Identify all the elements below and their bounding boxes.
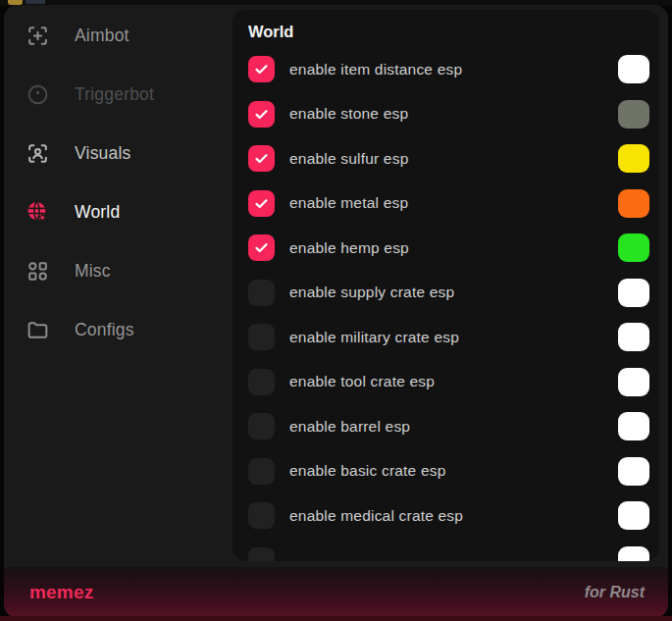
checkmark-icon bbox=[253, 239, 270, 256]
checkbox[interactable] bbox=[248, 413, 275, 440]
setting-label: enable metal esp bbox=[289, 194, 618, 212]
brand-tagline: for Rust bbox=[585, 584, 645, 601]
color-picker-swatch[interactable] bbox=[618, 189, 649, 218]
checkmark-icon bbox=[253, 150, 270, 167]
brand-name: memez bbox=[29, 582, 93, 603]
setting-row: enable medical crate esp bbox=[248, 493, 649, 539]
setting-label: enable hemp esp bbox=[289, 239, 618, 257]
checkbox[interactable] bbox=[248, 56, 275, 82]
sidebar-item-triggerbot[interactable]: Triggerbot bbox=[4, 65, 233, 124]
setting-label: enable stone esp bbox=[289, 105, 618, 123]
color-picker-swatch[interactable] bbox=[618, 412, 649, 440]
sidebar-item-visuals[interactable]: Visuals bbox=[4, 124, 233, 182]
panel-title: World bbox=[248, 23, 649, 47]
background-artifact bbox=[26, 0, 45, 4]
sidebar-item-aimbot[interactable]: Aimbot bbox=[4, 6, 233, 65]
globe-star-icon bbox=[25, 199, 50, 225]
folder-icon bbox=[25, 317, 50, 342]
settings-panel: World enable item distance espenable sto… bbox=[233, 10, 659, 561]
sidebar-nav: AimbotTriggerbotVisualsWorldMiscConfigs bbox=[4, 5, 233, 564]
setting-row: enable barrel esp bbox=[248, 404, 649, 449]
setting-row: enable metal esp bbox=[248, 181, 649, 227]
setting-label: enable sulfur esp bbox=[289, 150, 618, 168]
setting-label: enable basic crate esp bbox=[289, 462, 618, 480]
checkmark-icon bbox=[253, 61, 270, 78]
checkmark-icon bbox=[253, 195, 270, 212]
color-picker-swatch[interactable] bbox=[618, 501, 649, 530]
color-picker-swatch[interactable] bbox=[618, 546, 649, 561]
setting-row: enable tool crate esp bbox=[248, 360, 649, 405]
circle-dot-icon bbox=[25, 81, 50, 107]
setting-row: enable hemp esp bbox=[248, 226, 649, 271]
setting-label: enable medical crate esp bbox=[289, 507, 618, 525]
footer-bar: memez for Rust bbox=[4, 567, 668, 618]
checkbox[interactable] bbox=[248, 234, 275, 261]
user-scan-icon bbox=[25, 140, 50, 166]
setting-row: enable item distance esp bbox=[248, 47, 649, 92]
setting-label: enable barrel esp bbox=[289, 418, 618, 436]
setting-label: enable tool crate esp bbox=[289, 373, 618, 390]
setting-row: enable sulfur esp bbox=[248, 136, 649, 181]
color-picker-swatch[interactable] bbox=[618, 368, 649, 396]
setting-label: enable item distance esp bbox=[289, 61, 618, 78]
setting-row: enable basic crate esp bbox=[248, 449, 649, 494]
setting-row bbox=[248, 539, 649, 562]
game-background-bottom bbox=[0, 616, 672, 621]
checkmark-icon bbox=[253, 106, 270, 123]
sidebar-item-label: Configs bbox=[75, 320, 134, 340]
sidebar-item-world[interactable]: World bbox=[4, 182, 233, 241]
color-picker-swatch[interactable] bbox=[618, 279, 649, 307]
checkbox[interactable] bbox=[248, 324, 275, 350]
crosshair-scan-icon bbox=[25, 23, 50, 48]
setting-row: enable military crate esp bbox=[248, 315, 649, 360]
shapes-grid-icon bbox=[25, 258, 50, 284]
color-picker-swatch[interactable] bbox=[618, 100, 649, 129]
setting-label: enable military crate esp bbox=[289, 329, 618, 346]
sidebar-item-misc[interactable]: Misc bbox=[4, 241, 233, 300]
color-picker-swatch[interactable] bbox=[618, 457, 649, 486]
checkbox[interactable] bbox=[248, 458, 275, 485]
checkbox[interactable] bbox=[248, 190, 275, 217]
cheat-menu-window: AimbotTriggerbotVisualsWorldMiscConfigs … bbox=[4, 5, 668, 618]
sidebar-item-label: Aimbot bbox=[75, 26, 129, 46]
sidebar-item-configs[interactable]: Configs bbox=[4, 300, 233, 359]
setting-row: enable supply crate esp bbox=[248, 271, 649, 316]
sidebar-item-label: Misc bbox=[75, 261, 111, 282]
sidebar-item-label: Triggerbot bbox=[75, 84, 154, 105]
setting-label: enable supply crate esp bbox=[289, 284, 618, 301]
color-picker-swatch[interactable] bbox=[618, 144, 649, 173]
checkbox[interactable] bbox=[248, 145, 275, 172]
checkbox[interactable] bbox=[248, 547, 275, 561]
sidebar-item-label: Visuals bbox=[75, 143, 131, 164]
setting-row: enable stone esp bbox=[248, 92, 649, 137]
color-picker-swatch[interactable] bbox=[618, 323, 649, 351]
checkbox[interactable] bbox=[248, 369, 275, 395]
color-picker-swatch[interactable] bbox=[618, 233, 649, 262]
settings-list: enable item distance espenable stone esp… bbox=[248, 47, 649, 561]
sidebar-item-label: World bbox=[75, 202, 120, 223]
checkbox[interactable] bbox=[248, 280, 275, 306]
checkbox[interactable] bbox=[248, 502, 275, 529]
color-picker-swatch[interactable] bbox=[618, 55, 649, 83]
screen: AimbotTriggerbotVisualsWorldMiscConfigs … bbox=[0, 0, 672, 621]
checkbox[interactable] bbox=[248, 101, 275, 128]
